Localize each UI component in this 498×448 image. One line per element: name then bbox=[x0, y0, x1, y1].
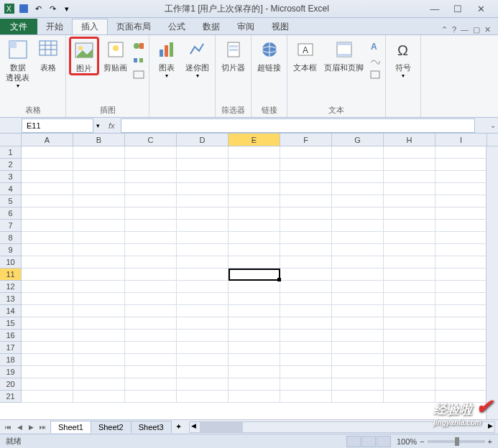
cell[interactable] bbox=[435, 207, 487, 220]
cell[interactable] bbox=[22, 269, 73, 281]
sheet-prev-icon[interactable]: ◀ bbox=[14, 424, 24, 431]
row-header-8[interactable]: 8 bbox=[0, 232, 22, 244]
cell[interactable] bbox=[229, 195, 280, 207]
cell[interactable] bbox=[22, 305, 73, 317]
cell[interactable] bbox=[22, 244, 73, 256]
cell[interactable] bbox=[332, 342, 384, 354]
cell[interactable] bbox=[280, 171, 332, 183]
cell[interactable] bbox=[125, 366, 177, 378]
row-header-19[interactable]: 19 bbox=[0, 366, 22, 378]
cell[interactable] bbox=[435, 232, 487, 244]
cell[interactable] bbox=[435, 256, 487, 269]
cell[interactable] bbox=[280, 281, 332, 293]
cell[interactable] bbox=[177, 317, 229, 330]
excel-icon[interactable]: X bbox=[3, 2, 16, 15]
cell[interactable] bbox=[384, 183, 435, 195]
cell[interactable] bbox=[332, 305, 384, 317]
window-restore-icon[interactable]: ▢ bbox=[473, 25, 480, 34]
window-min-icon[interactable]: — bbox=[461, 25, 469, 34]
row-header-4[interactable]: 4 bbox=[0, 183, 22, 195]
normal-view-button[interactable] bbox=[346, 436, 361, 447]
tab-formulas[interactable]: 公式 bbox=[160, 19, 194, 34]
cell[interactable] bbox=[280, 256, 332, 269]
cell[interactable] bbox=[332, 281, 384, 293]
cell[interactable] bbox=[229, 354, 280, 366]
cell[interactable] bbox=[280, 305, 332, 317]
cell[interactable] bbox=[177, 269, 229, 281]
zoom-level[interactable]: 100% bbox=[397, 437, 417, 446]
cell[interactable] bbox=[73, 171, 125, 183]
cell[interactable] bbox=[177, 305, 229, 317]
sheet-first-icon[interactable]: ⏮ bbox=[3, 424, 13, 431]
cell[interactable] bbox=[384, 305, 435, 317]
cell[interactable] bbox=[22, 342, 73, 354]
signature-icon[interactable] bbox=[368, 54, 382, 67]
cell[interactable] bbox=[177, 366, 229, 378]
cell[interactable] bbox=[125, 293, 177, 305]
page-layout-view-button[interactable] bbox=[361, 436, 376, 447]
cell[interactable] bbox=[22, 232, 73, 244]
sheet-next-icon[interactable]: ▶ bbox=[26, 424, 36, 431]
cell[interactable] bbox=[435, 330, 487, 342]
cell[interactable] bbox=[435, 293, 487, 305]
cell[interactable] bbox=[332, 207, 384, 220]
row-header-12[interactable]: 12 bbox=[0, 281, 22, 293]
cell[interactable] bbox=[280, 354, 332, 366]
cell[interactable] bbox=[280, 391, 332, 403]
cell[interactable] bbox=[229, 207, 280, 220]
col-header-D[interactable]: D bbox=[177, 134, 229, 146]
row-header-6[interactable]: 6 bbox=[0, 207, 22, 220]
tab-file[interactable]: 文件 bbox=[0, 19, 37, 34]
cell[interactable] bbox=[73, 354, 125, 366]
shapes-icon[interactable] bbox=[132, 39, 146, 52]
sheet-tab-1[interactable]: Sheet1 bbox=[50, 421, 91, 433]
cell[interactable] bbox=[280, 159, 332, 171]
cell[interactable] bbox=[125, 330, 177, 342]
cell[interactable] bbox=[435, 354, 487, 366]
cell[interactable] bbox=[177, 281, 229, 293]
cell[interactable] bbox=[384, 342, 435, 354]
minimize-ribbon-icon[interactable]: ⌃ bbox=[441, 25, 448, 34]
zoom-thumb[interactable] bbox=[455, 437, 459, 446]
cell[interactable] bbox=[73, 281, 125, 293]
cell[interactable] bbox=[125, 171, 177, 183]
cell[interactable] bbox=[73, 330, 125, 342]
cell[interactable] bbox=[280, 317, 332, 330]
fx-icon[interactable]: fx bbox=[103, 121, 121, 130]
row-header-3[interactable]: 3 bbox=[0, 171, 22, 183]
cell[interactable] bbox=[280, 330, 332, 342]
cell[interactable] bbox=[125, 232, 177, 244]
cell[interactable] bbox=[229, 378, 280, 391]
pivot-table-button[interactable]: 数据 透视表 ▾ bbox=[3, 37, 32, 90]
cell[interactable] bbox=[384, 281, 435, 293]
header-footer-button[interactable]: 页眉和页脚 bbox=[321, 37, 366, 74]
cell[interactable] bbox=[229, 317, 280, 330]
cell[interactable] bbox=[384, 244, 435, 256]
cell[interactable] bbox=[332, 330, 384, 342]
cell[interactable] bbox=[280, 232, 332, 244]
cell[interactable] bbox=[229, 305, 280, 317]
qat-dropdown-icon[interactable]: ▾ bbox=[60, 2, 73, 15]
cell[interactable] bbox=[125, 183, 177, 195]
cell[interactable] bbox=[280, 195, 332, 207]
cell[interactable] bbox=[229, 366, 280, 378]
row-header-10[interactable]: 10 bbox=[0, 256, 22, 269]
cell[interactable] bbox=[73, 220, 125, 232]
cell[interactable] bbox=[435, 366, 487, 378]
cell[interactable] bbox=[125, 256, 177, 269]
cell[interactable] bbox=[384, 293, 435, 305]
cell[interactable] bbox=[435, 269, 487, 281]
tab-insert[interactable]: 插入 bbox=[72, 19, 108, 34]
cell[interactable] bbox=[435, 244, 487, 256]
cell[interactable] bbox=[332, 171, 384, 183]
sheet-last-icon[interactable]: ⏭ bbox=[37, 424, 47, 431]
cell[interactable] bbox=[332, 378, 384, 391]
cell[interactable] bbox=[229, 220, 280, 232]
cell[interactable] bbox=[332, 293, 384, 305]
cell[interactable] bbox=[435, 195, 487, 207]
row-header-9[interactable]: 9 bbox=[0, 244, 22, 256]
cell[interactable] bbox=[435, 220, 487, 232]
cell[interactable] bbox=[384, 317, 435, 330]
row-header-17[interactable]: 17 bbox=[0, 342, 22, 354]
cell[interactable] bbox=[280, 269, 332, 281]
